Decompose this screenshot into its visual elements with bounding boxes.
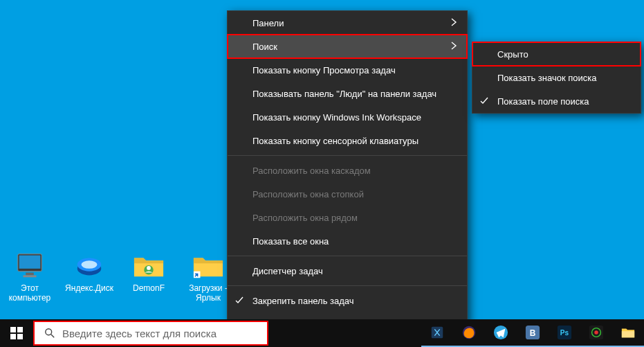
menu-item-label: Панели [252,18,284,28]
svg-rect-12 [17,327,23,332]
folder-icon [132,250,165,282]
submenu-item-hidden[interactable]: Скрыто [472,42,641,66]
menu-item-label: Диспетчер задач [252,266,323,276]
menu-item-lock-taskbar[interactable]: Закрепить панель задач [228,289,467,312]
svg-text:Ps: Ps [560,329,569,337]
yandex-disk-icon [73,250,106,282]
app-vk[interactable]: B [517,319,549,347]
svg-point-25 [594,330,598,335]
menu-item-label: Показать кнопку сенсорной клавиатуры [252,136,418,146]
app-bandicam[interactable] [580,319,612,347]
app-telegram[interactable] [485,319,517,347]
menu-item-stack: Расположить окна стопкой [228,182,467,206]
submenu-item-show-box[interactable]: Показать поле поиска [472,89,641,113]
menu-item-touch-keyboard[interactable]: Показать кнопку сенсорной клавиатуры [228,129,467,152]
app-virtualbox[interactable] [421,319,453,347]
menu-item-label: Скрыто [497,49,528,60]
menu-item-label: Поиск [252,42,277,52]
menu-separator [228,155,467,156]
menu-item-label: Показывать панель "Люди" на панели задач [252,89,436,99]
svg-point-6 [82,260,98,269]
search-icon [44,328,55,339]
folder-shortcut-icon [192,250,225,282]
search-submenu: Скрыто Показать значок поиска Показать п… [472,42,641,114]
app-explorer[interactable] [612,319,644,347]
menu-item-label: Показать поле поиска [497,96,589,107]
desktop-icon-this-pc[interactable]: Этоткомпьютер [3,250,57,303]
menu-separator [228,285,467,286]
menu-item-cascade: Расположить окна каскадом [228,159,467,182]
chevron-right-icon [449,17,459,29]
menu-separator [228,256,467,256]
check-icon [479,96,489,106]
menu-item-label: Расположить окна рядом [252,213,358,223]
svg-rect-26 [622,331,634,337]
pc-icon [13,250,46,282]
desktop-icon-label: DemonF [133,283,165,293]
chevron-right-icon [449,41,459,53]
desktop-icon-label: Загрузки -Ярлык [189,283,228,303]
windows-icon [10,327,23,339]
submenu-item-show-icon[interactable]: Показать значок поиска [472,66,641,89]
menu-item-label: Расположить окна стопкой [252,189,364,199]
svg-point-15 [46,329,52,335]
taskbar: Введите здесь текст для поиска B Ps [0,319,644,347]
desktop-icon-demonf[interactable]: DemonF [122,250,176,303]
menu-item-label: Расположить окна каскадом [252,166,371,176]
svg-rect-3 [23,275,36,277]
svg-text:B: B [530,328,536,338]
app-photoshop[interactable]: Ps [549,319,580,347]
menu-item-label: Показать значок поиска [497,73,597,83]
search-placeholder: Введите здесь текст для поиска [62,328,217,339]
menu-item-label: Показать кнопку Просмотра задач [252,65,396,75]
desktop-icon-yandex-disk[interactable]: Яндекс.Диск [62,250,116,303]
menu-item-label: Показать кнопку Windows Ink Workspace [252,112,421,123]
svg-point-8 [147,266,151,270]
menu-item-panels[interactable]: Панели [228,11,467,35]
menu-item-task-view[interactable]: Показать кнопку Просмотра задач [228,58,467,82]
desktop-icon-label: Яндекс.Диск [65,283,113,293]
menu-item-side-by-side: Расположить окна рядом [228,206,467,229]
menu-item-ink-workspace[interactable]: Показать кнопку Windows Ink Workspace [228,105,467,129]
menu-item-show-all[interactable]: Показать все окна [228,229,467,253]
menu-item-task-manager[interactable]: Диспетчер задач [228,259,467,283]
start-button[interactable] [0,319,33,347]
taskbar-context-menu: Панели Поиск Показать кнопку Просмотра з… [227,10,468,337]
desktop-icons: Этоткомпьютер Яндекс.Диск DemonF Загрузк… [0,250,235,303]
svg-rect-11 [10,327,16,332]
menu-item-label: Показать все окна [252,236,329,247]
search-input[interactable]: Введите здесь текст для поиска [33,321,268,346]
menu-item-search[interactable]: Поиск [228,35,467,58]
check-icon [234,296,244,305]
app-firefox[interactable] [453,319,485,347]
svg-rect-14 [17,334,23,339]
menu-item-people[interactable]: Показывать панель "Люди" на панели задач [228,82,467,105]
desktop-icon-label: Этоткомпьютер [9,283,51,303]
svg-rect-13 [10,334,16,339]
taskbar-running-apps: B Ps [421,319,644,347]
svg-rect-2 [26,273,34,276]
svg-rect-1 [19,256,41,269]
menu-item-label: Закрепить панель задач [252,296,354,306]
